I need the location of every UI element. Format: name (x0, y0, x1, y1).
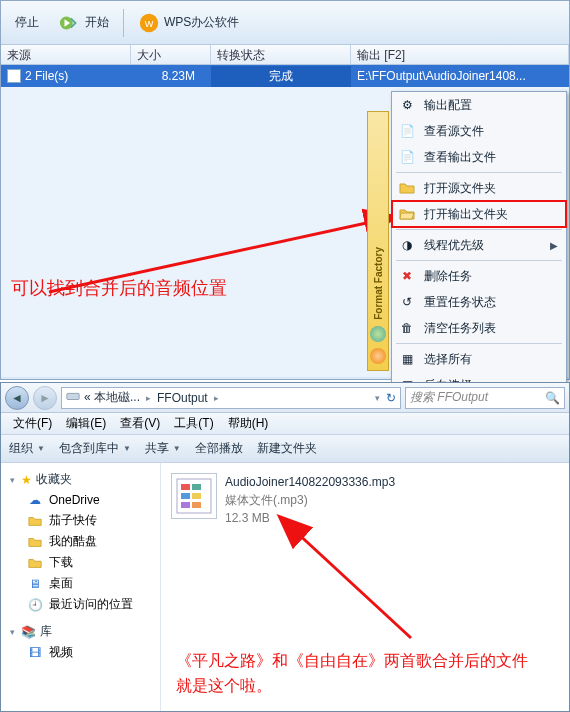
search-placeholder: 搜索 FFOutput (410, 389, 541, 406)
context-menu: ⚙输出配置 📄查看源文件 📄查看输出文件 打开源文件夹 打开输出文件夹 ◑线程优… (391, 91, 567, 399)
svg-rect-6 (181, 484, 190, 490)
menu-view[interactable]: 查看(V) (114, 413, 166, 434)
nav-favorites-header[interactable]: ▾★收藏夹 (5, 469, 156, 490)
chevron-down-icon: ▼ (123, 444, 131, 453)
search-box[interactable]: 搜索 FFOutput 🔍 (405, 387, 565, 409)
nav-item-downloads[interactable]: 下载 (5, 552, 156, 573)
ctx-label: 打开源文件夹 (424, 180, 496, 197)
wps-icon: W (138, 12, 160, 34)
nav-pane: ▾★收藏夹 ☁OneDrive 茄子快传 我的酷盘 下载 🖥桌面 🕘最近访问的位… (1, 463, 161, 711)
nav-item-kupan[interactable]: 我的酷盘 (5, 531, 156, 552)
ctx-open-src-folder[interactable]: 打开源文件夹 (392, 175, 566, 201)
ctx-clear-list[interactable]: 🗑清空任务列表 (392, 315, 566, 341)
ctx-label: 查看输出文件 (424, 149, 496, 166)
menu-help[interactable]: 帮助(H) (222, 413, 275, 434)
file-size: 12.3 MB (225, 509, 395, 527)
tool-label: 全部播放 (195, 440, 243, 457)
start-button[interactable]: 开始 (53, 10, 115, 36)
breadcrumb[interactable]: « 本地磁... ▸ FFOutput ▸ ▾ ↻ (61, 387, 401, 409)
ctx-sep (396, 229, 562, 230)
chevron-down-icon: ▼ (37, 444, 45, 453)
nav-forward-button[interactable]: ► (33, 386, 57, 410)
ctx-view-output[interactable]: 📄查看输出文件 (392, 144, 566, 170)
tool-play-all[interactable]: 全部播放 (195, 440, 243, 457)
stop-button[interactable]: 停止 (9, 12, 45, 33)
th-size[interactable]: 大小 (131, 45, 211, 64)
svg-rect-8 (181, 493, 190, 499)
menu-file[interactable]: 文件(F) (7, 413, 58, 434)
format-factory-window: 停止 开始 W WPS办公软件 来源 大小 转换状态 输出 [F2] 2 Fil… (0, 0, 570, 380)
nav-item-onedrive[interactable]: ☁OneDrive (5, 490, 156, 510)
nav-back-button[interactable]: ◄ (5, 386, 29, 410)
tool-organize[interactable]: 组织▼ (9, 440, 45, 457)
sidebar-icon-2 (370, 348, 386, 364)
tool-include-lib[interactable]: 包含到库中▼ (59, 440, 131, 457)
clear-icon: 🗑 (398, 319, 416, 337)
file-icon (7, 69, 21, 83)
nav-item-label: 桌面 (49, 575, 73, 592)
ctx-thread-priority[interactable]: ◑线程优先级▶ (392, 232, 566, 258)
refresh-icon[interactable]: ↻ (386, 391, 396, 405)
ctx-open-output-folder[interactable]: 打开输出文件夹 (392, 201, 566, 227)
td-output: E:\FFOutput\AudioJoiner1408... (351, 67, 569, 85)
td-convert: 完成 (211, 66, 351, 87)
annot2-line1: 《平凡之路》和《自由自在》两首歌合并后的文件 (176, 648, 528, 674)
sidebar-icon-1 (370, 326, 386, 342)
ctx-reset-status[interactable]: ↺重置任务状态 (392, 289, 566, 315)
chevron-right-icon: ▸ (144, 393, 153, 403)
folder-icon (27, 513, 43, 529)
ctx-output-config[interactable]: ⚙输出配置 (392, 92, 566, 118)
td-source: 2 File(s) (1, 67, 131, 85)
svg-line-12 (281, 518, 411, 638)
ctx-label: 线程优先级 (424, 237, 484, 254)
ctx-select-all[interactable]: ▦选择所有 (392, 346, 566, 372)
ff-task-table: 来源 大小 转换状态 输出 [F2] 2 File(s) 8.23M 完成 E:… (1, 45, 569, 87)
svg-rect-7 (192, 484, 201, 490)
nav-item-desktop[interactable]: 🖥桌面 (5, 573, 156, 594)
tool-label: 共享 (145, 440, 169, 457)
gear-icon: ⚙ (398, 96, 416, 114)
ff-toolbar: 停止 开始 W WPS办公软件 (1, 1, 569, 45)
delete-icon: ✖ (398, 267, 416, 285)
ff-sidebar[interactable]: Format Factory (367, 111, 389, 371)
crumb-disk: « 本地磁... (84, 389, 140, 406)
toolbar: 组织▼ 包含到库中▼ 共享▼ 全部播放 新建文件夹 (1, 435, 569, 463)
folder-icon (27, 534, 43, 550)
annotation-text-2: 《平凡之路》和《自由自在》两首歌合并后的文件 就是这个啦。 (176, 648, 528, 699)
sidebar-label: Format Factory (373, 247, 384, 320)
library-icon: 📚 (21, 625, 36, 639)
ctx-delete-task[interactable]: ✖删除任务 (392, 263, 566, 289)
nav-item-label: 视频 (49, 644, 73, 661)
table-row[interactable]: 2 File(s) 8.23M 完成 E:\FFOutput\AudioJoin… (1, 65, 569, 87)
tool-share[interactable]: 共享▼ (145, 440, 181, 457)
chevron-down-icon[interactable]: ▾ (373, 393, 382, 403)
stop-label: 停止 (15, 14, 39, 31)
th-source[interactable]: 来源 (1, 45, 131, 64)
file-list: AudioJoiner140822093336.mp3 媒体文件(.mp3) 1… (161, 463, 569, 711)
nav-item-video[interactable]: 🎞视频 (5, 642, 156, 663)
download-icon (27, 555, 43, 571)
nav-item-qiezi[interactable]: 茄子快传 (5, 510, 156, 531)
nav-library-header[interactable]: ▾📚库 (5, 621, 156, 642)
page-icon: 📄 (398, 148, 416, 166)
ctx-sep (396, 260, 562, 261)
tool-label: 新建文件夹 (257, 440, 317, 457)
ctx-sep (396, 172, 562, 173)
desktop-icon: 🖥 (27, 576, 43, 592)
th-output[interactable]: 输出 [F2] (351, 45, 569, 64)
nav-item-label: 最近访问的位置 (49, 596, 133, 613)
wps-button[interactable]: W WPS办公软件 (132, 10, 245, 36)
nav-item-recent[interactable]: 🕘最近访问的位置 (5, 594, 156, 615)
ctx-label: 查看源文件 (424, 123, 484, 140)
menu-edit[interactable]: 编辑(E) (60, 413, 112, 434)
ctx-view-source[interactable]: 📄查看源文件 (392, 118, 566, 144)
td-size: 8.23M (131, 67, 211, 85)
tool-new-folder[interactable]: 新建文件夹 (257, 440, 317, 457)
file-item[interactable]: AudioJoiner140822093336.mp3 媒体文件(.mp3) 1… (171, 473, 559, 527)
nav-item-label: 我的酷盘 (49, 533, 97, 550)
menu-tools[interactable]: 工具(T) (168, 413, 219, 434)
chevron-down-icon: ▼ (173, 444, 181, 453)
file-type: 媒体文件(.mp3) (225, 491, 395, 509)
folder-icon (398, 179, 416, 197)
th-convert[interactable]: 转换状态 (211, 45, 351, 64)
